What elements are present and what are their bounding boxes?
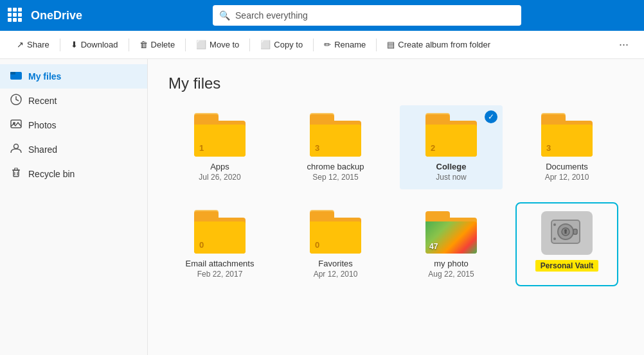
folder-email-attachments[interactable]: 0 Email attachments Feb 22, 2017 (168, 202, 271, 286)
main-content: My files 1 Apps Jul 26, 2020 (148, 59, 644, 355)
create-album-button[interactable]: ▤ Create album from folder (380, 37, 497, 52)
more-button[interactable]: ··· (614, 35, 634, 54)
app-title: OneDrive (31, 9, 82, 22)
sidebar-item-my-files[interactable]: My files (0, 64, 147, 89)
sidebar-label-my-files: My files (28, 71, 61, 82)
sidebar-item-photos[interactable]: Photos (0, 113, 147, 137)
topbar: OneDrive 🔍 Search everything (0, 0, 644, 31)
svg-point-13 (553, 223, 556, 226)
move-to-button[interactable]: ⬜ Move to (190, 37, 246, 52)
toolbar-divider-3 (185, 39, 186, 51)
folder-name-chrome-backup: chrome backup (307, 162, 364, 171)
svg-point-14 (553, 238, 556, 240)
folder-chrome-backup[interactable]: 3 chrome backup Sep 12, 2015 (284, 105, 387, 189)
copy-icon: ⬜ (260, 40, 271, 49)
folder-icon-chrome-backup: 3 (310, 113, 361, 157)
sidebar-label-shared: Shared (28, 144, 57, 155)
rename-icon: ✏ (324, 40, 331, 49)
sidebar-item-recycle-bin[interactable]: Recycle bin (0, 162, 147, 186)
folder-icon-my-photo: 47 (425, 210, 477, 254)
svg-point-5 (14, 144, 19, 149)
folder-personal-vault[interactable]: Personal Vault (515, 202, 618, 286)
folder-name-college: College (436, 162, 467, 171)
folder-name-apps: Apps (210, 162, 229, 171)
sidebar-label-recent: Recent (28, 96, 57, 106)
svg-rect-12 (573, 229, 577, 234)
page-title: My files (168, 74, 623, 92)
vault-name: Personal Vault (535, 260, 599, 272)
copy-to-button[interactable]: ⬜ Copy to (254, 37, 309, 52)
sidebar: My files Recent Photos Shared Recycle bi… (0, 59, 148, 355)
folder-favorites[interactable]: 0 Favorites Apr 12, 2010 (284, 202, 387, 286)
sidebar-item-recent[interactable]: Recent (0, 89, 147, 113)
folder-date-chrome-backup: Sep 12, 2015 (312, 173, 358, 182)
folder-date-documents: Apr 12, 2010 (545, 173, 589, 182)
folder-name-my-photo: my photo (434, 259, 468, 268)
shared-icon (10, 143, 22, 157)
folder-date-favorites: Apr 12, 2010 (314, 270, 358, 279)
search-input[interactable]: Search everything (235, 10, 515, 21)
folder-name-documents: Documents (546, 162, 588, 171)
folder-date-email-attachments: Feb 22, 2017 (197, 270, 243, 279)
folder-college[interactable]: ✓ 2 College Just now (400, 105, 503, 189)
toolbar-divider-5 (313, 39, 314, 51)
svg-rect-1 (10, 72, 15, 74)
toolbar-divider-6 (376, 39, 377, 51)
folder-documents[interactable]: 3 Documents Apr 12, 2010 (515, 105, 618, 189)
files-grid: 1 Apps Jul 26, 2020 3 chrome backup Sep … (168, 105, 623, 286)
delete-button[interactable]: 🗑 Delete (133, 37, 182, 52)
svg-rect-16 (565, 231, 567, 234)
folder-icon-apps: 1 (194, 113, 246, 157)
folder-name-email-attachments: Email attachments (186, 259, 255, 268)
delete-icon: 🗑 (139, 40, 148, 49)
vault-icon (541, 211, 593, 255)
folder-icon-documents: 3 (541, 113, 593, 157)
svg-rect-6 (13, 170, 19, 177)
my-files-icon (10, 69, 22, 83)
download-icon: ⬇ (71, 40, 78, 49)
app-grid-icon[interactable] (8, 8, 23, 23)
recent-icon (10, 94, 22, 108)
toolbar-divider-4 (249, 39, 250, 51)
folder-apps[interactable]: 1 Apps Jul 26, 2020 (168, 105, 271, 189)
share-icon: ↗ (17, 40, 24, 49)
photos-icon (10, 118, 22, 132)
folder-date-apps: Jul 26, 2020 (199, 173, 240, 182)
search-bar[interactable]: 🔍 Search everything (213, 5, 521, 26)
folder-my-photo[interactable]: 47 my photo Aug 22, 2015 (400, 202, 503, 286)
search-icon: 🔍 (219, 10, 230, 21)
recycle-bin-icon (10, 167, 22, 181)
folder-date-my-photo: Aug 22, 2015 (428, 270, 474, 279)
check-icon: ✓ (485, 110, 497, 123)
layout: My files Recent Photos Shared Recycle bi… (0, 59, 644, 355)
folder-date-college: Just now (436, 173, 466, 182)
toolbar-divider-1 (60, 39, 60, 51)
folder-icon-favorites: 0 (310, 210, 361, 254)
sidebar-label-photos: Photos (28, 120, 57, 130)
share-button[interactable]: ↗ Share (10, 37, 56, 52)
rename-button[interactable]: ✏ Rename (318, 37, 372, 52)
sidebar-item-shared[interactable]: Shared (0, 137, 147, 162)
folder-name-favorites: Favorites (318, 259, 352, 268)
folder-icon-college: 2 (425, 113, 477, 157)
sidebar-label-recycle-bin: Recycle bin (28, 169, 75, 179)
folder-icon-email-attachments: 0 (194, 210, 246, 254)
album-icon: ▤ (387, 40, 395, 49)
download-button[interactable]: ⬇ Download (64, 37, 125, 52)
toolbar: ↗ Share ⬇ Download 🗑 Delete ⬜ Move to ⬜ … (0, 31, 644, 59)
move-icon: ⬜ (196, 40, 206, 49)
toolbar-divider-2 (129, 39, 129, 51)
